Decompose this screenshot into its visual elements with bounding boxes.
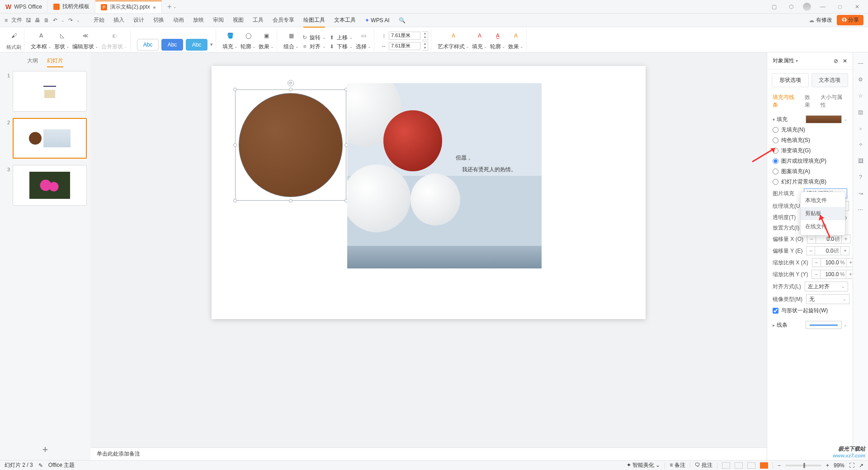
ribbon-group[interactable]: ▦组合⌄ — [283, 31, 299, 51]
panel-tab-text[interactable]: 文本选项 — [811, 73, 849, 87]
ribbon-fill2[interactable]: A填充⌄ — [472, 31, 487, 51]
radio-picture-fill[interactable]: 图片或纹理填充(P) — [773, 157, 847, 165]
zoom-slider[interactable] — [785, 465, 821, 466]
rail-settings-icon[interactable]: ⚙ — [856, 75, 865, 84]
ribbon-textbox[interactable]: 𝖠文本框⌄ — [31, 31, 52, 51]
share-button[interactable]: ⮉ 分享 — [837, 15, 863, 25]
rail-help-icon[interactable]: ? — [856, 173, 865, 182]
section-fill-header[interactable]: ▾填充 ⌄ — [773, 115, 847, 123]
scale-y-value[interactable]: 100.0% — [821, 270, 846, 279]
tab-add[interactable]: + ⌄ — [162, 0, 182, 13]
ribbon-align[interactable]: ≡对齐⌄ — [302, 43, 326, 51]
expand-icon[interactable]: ↗ — [859, 462, 863, 469]
panel-tab-shape[interactable]: 形状选项 — [772, 73, 809, 87]
menu-view[interactable]: 视图 — [233, 16, 244, 24]
window-maximize-icon[interactable]: □ — [835, 1, 845, 12]
scale-x-value[interactable]: 100.0% — [821, 258, 846, 267]
style-preset-2[interactable]: Abc — [161, 39, 183, 51]
menu-animation[interactable]: 动画 — [173, 16, 184, 24]
tab-slides[interactable]: 幻灯片 — [47, 57, 63, 67]
window-minimize-icon[interactable]: — — [817, 1, 828, 12]
menu-slideshow[interactable]: 放映 — [193, 16, 204, 24]
qa-menu-icon[interactable]: ≡ — [5, 17, 8, 24]
menu-transition[interactable]: 切换 — [153, 16, 164, 24]
qa-file[interactable]: 文件 — [11, 16, 22, 24]
resize-handle-w[interactable] — [233, 143, 237, 147]
view-slideshow-icon[interactable] — [760, 462, 768, 469]
menu-start[interactable]: 开始 — [94, 16, 104, 24]
avatar[interactable] — [803, 3, 811, 11]
ribbon-fill[interactable]: 🪣填充⌄ — [222, 31, 238, 51]
popup-online-file[interactable]: 在线文件 — [801, 220, 845, 233]
ribbon-edit-shape[interactable]: ≪编辑形状⌄ — [72, 31, 99, 51]
subtab-effect[interactable]: 效果 — [805, 94, 816, 109]
resize-handle-s[interactable] — [289, 199, 292, 202]
style-preset-3[interactable]: Abc — [186, 39, 208, 51]
rail-more-icon[interactable]: ⋯ — [856, 205, 865, 214]
select-mirror[interactable]: 无⌄ — [806, 294, 849, 304]
ribbon-height[interactable]: ↕7.61厘米▴▾ — [381, 31, 428, 40]
inc-icon[interactable]: + — [840, 246, 849, 255]
subtab-size[interactable]: 大小与属性 — [821, 94, 847, 109]
slide[interactable]: ⟳ − ≣ ✎ ✦ + ⋯ — [212, 66, 646, 319]
ribbon-move-up[interactable]: ⬆上移⌄ — [329, 34, 353, 42]
step-down-icon[interactable]: ▾ — [422, 36, 428, 40]
rail-layers-icon[interactable]: ▤ — [856, 108, 865, 117]
status-lang-icon[interactable]: ✎ — [38, 462, 43, 469]
ribbon-rotate[interactable]: ↻旋转⌄ — [302, 34, 326, 42]
menu-insert[interactable]: 插入 — [113, 16, 124, 24]
zoom-out-icon[interactable]: − — [778, 462, 781, 469]
step-down-icon[interactable]: ▾ — [422, 46, 428, 50]
style-preset-1[interactable]: Abc — [137, 39, 159, 51]
chevron-down-icon[interactable]: ⌄ — [61, 18, 65, 23]
offset-y-value[interactable]: 0.0磅 — [815, 246, 840, 255]
ribbon-outline2[interactable]: A̲轮廓⌄ — [490, 31, 505, 51]
tab-current-file[interactable]: P 演示文稿(2).pptx ● — [95, 0, 162, 13]
popup-clipboard[interactable]: 剪贴板 — [801, 207, 845, 220]
resize-handle-nw[interactable] — [233, 88, 237, 91]
status-comments[interactable]: 🗨 批注 — [695, 461, 712, 469]
notes-bar[interactable]: 单击此处添加备注 — [90, 447, 767, 460]
ribbon-art-style[interactable]: A艺术字样式⌄ — [438, 31, 469, 51]
tab-outline[interactable]: 大纲 — [27, 57, 38, 67]
dec-icon[interactable]: − — [811, 270, 821, 279]
status-notes[interactable]: ≡ 备注 — [670, 461, 685, 469]
ribbon-style-gallery[interactable]: Abc Abc Abc ▾ — [137, 39, 213, 51]
save-icon[interactable]: 🖫 — [26, 17, 31, 24]
ribbon-effect[interactable]: ▣效果⌄ — [259, 31, 274, 51]
undo-icon[interactable]: ↶ — [53, 17, 57, 24]
resize-handle-n[interactable] — [289, 88, 292, 91]
ribbon-format-brush[interactable]: 🖌格式刷 — [6, 31, 21, 51]
zoom-in-icon[interactable]: + — [826, 462, 829, 469]
radio-solid-fill[interactable]: 纯色填充(S) — [773, 136, 847, 144]
style-more-icon[interactable]: ▾ — [210, 42, 213, 47]
menu-design[interactable]: 设计 — [133, 16, 144, 24]
ribbon-effect2[interactable]: A效果⌄ — [508, 31, 524, 51]
radio-pattern-fill[interactable]: 图案填充(A) — [773, 168, 847, 175]
tab-close-icon[interactable]: ● — [153, 4, 156, 10]
tab-templates[interactable]: 找稻壳模板 — [48, 0, 95, 13]
collapse-icon[interactable]: — — [856, 59, 865, 68]
fill-swatch[interactable] — [806, 115, 842, 123]
checkbox-rotate-with-shape[interactable]: 与形状一起旋转(W) — [773, 307, 847, 315]
ribbon-shape[interactable]: ◺形状⌄ — [54, 31, 70, 51]
menu-draw-tools[interactable]: 绘图工具 — [303, 16, 325, 24]
add-slide-button[interactable]: + — [0, 439, 90, 460]
section-line-header[interactable]: ▸线条 ⌄ — [773, 321, 847, 329]
rail-image-icon[interactable]: 🖼 — [856, 156, 865, 165]
rail-sparkle-icon[interactable]: ✧ — [856, 140, 865, 149]
offset-x-value[interactable]: 0.0磅 — [816, 235, 841, 244]
thumb-row-1[interactable]: 1 ▬▬▬▬ — [4, 71, 87, 112]
menu-review[interactable]: 审阅 — [213, 16, 224, 24]
ribbon-select[interactable]: ▭选择⌄ — [356, 31, 371, 51]
radio-gradient-fill[interactable]: 渐变填充(G) — [773, 147, 847, 155]
photo-image[interactable] — [347, 83, 542, 268]
select-align[interactable]: 左上对齐⌄ — [805, 282, 848, 291]
ribbon-move-down[interactable]: ⬇下移⌄ — [329, 43, 353, 51]
rail-link-icon[interactable]: ↝ — [856, 189, 865, 198]
status-smart-beautify[interactable]: ✦ 智能美化 ⌄ — [627, 461, 660, 469]
dec-icon[interactable]: − — [806, 246, 815, 255]
ribbon-outline[interactable]: ◯轮廓⌄ — [241, 31, 256, 51]
menu-tools[interactable]: 工具 — [253, 16, 264, 24]
menu-member[interactable]: 会员专享 — [273, 16, 294, 24]
